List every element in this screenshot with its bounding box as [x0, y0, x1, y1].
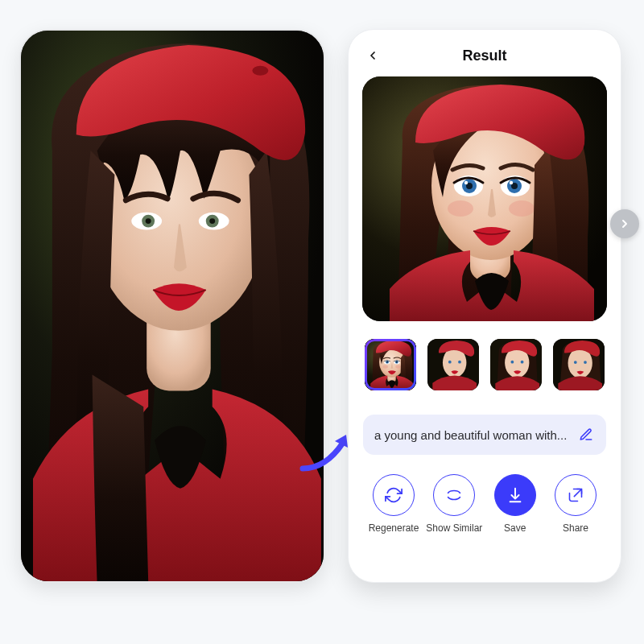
result-image[interactable] — [362, 76, 607, 321]
save-button[interactable] — [494, 474, 536, 516]
action-row: Regenerate Show Similar Save Share — [363, 474, 606, 534]
regenerate-label: Regenerate — [369, 522, 419, 534]
svg-line-36 — [574, 489, 581, 497]
svg-point-21 — [464, 181, 468, 184]
svg-point-27 — [458, 361, 461, 364]
regenerate-button[interactable] — [373, 474, 415, 516]
svg-point-8 — [209, 218, 215, 224]
edit-prompt-icon[interactable] — [577, 426, 595, 444]
share-button[interactable] — [555, 474, 597, 516]
variant-thumbnail[interactable] — [490, 339, 542, 390]
share-label: Share — [563, 522, 588, 534]
page-title: Result — [462, 47, 506, 64]
svg-point-30 — [510, 361, 514, 364]
next-button[interactable] — [610, 209, 639, 238]
variant-thumbnails — [363, 339, 606, 390]
source-photo — [19, 29, 325, 583]
svg-point-22 — [510, 181, 513, 184]
svg-point-34 — [574, 361, 577, 364]
show-similar-button[interactable] — [433, 474, 475, 516]
variant-thumbnail[interactable] — [365, 339, 416, 390]
prompt-text: a young and beautiful woman with... — [374, 428, 569, 442]
prompt-bar[interactable]: a young and beautiful woman with... — [363, 415, 606, 455]
back-button[interactable] — [363, 46, 382, 65]
svg-point-13 — [448, 200, 473, 217]
variant-thumbnail[interactable] — [553, 339, 605, 390]
save-label: Save — [504, 522, 526, 534]
result-header: Result — [363, 44, 606, 67]
svg-point-26 — [448, 361, 452, 364]
result-panel: Result — [348, 29, 621, 583]
svg-point-14 — [509, 200, 535, 217]
svg-point-7 — [146, 218, 151, 224]
show-similar-label: Show Similar — [426, 522, 482, 534]
svg-point-35 — [584, 361, 587, 364]
svg-point-31 — [521, 361, 524, 364]
variant-thumbnail[interactable] — [427, 339, 479, 390]
svg-point-9 — [252, 66, 268, 76]
